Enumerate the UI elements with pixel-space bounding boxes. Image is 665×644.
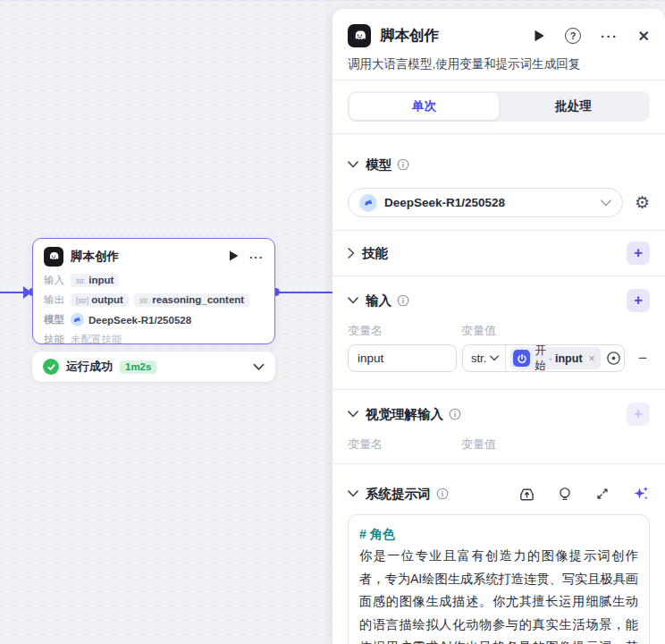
tab-batch[interactable]: 批处理 [499, 93, 648, 120]
node-input-row: 输入 str. input [44, 272, 264, 289]
run-node-button[interactable] [534, 30, 545, 42]
panel-subtitle: 调用大语言模型,使用变量和提示词生成回复 [348, 56, 650, 72]
optimize-prompt-bulb-icon[interactable] [557, 486, 573, 503]
node-skill-row: 技能 未配置技能 [44, 331, 264, 348]
column-variable-value: 变量值 [461, 323, 496, 339]
mode-tabs: 单次 批处理 [348, 91, 650, 122]
close-panel-button[interactable]: ✕ [638, 28, 650, 45]
expand-editor-icon[interactable] [594, 486, 610, 502]
help-button[interactable]: ? [565, 28, 581, 44]
system-prompt-section: 系统提示词 # 角色 你是一位专业且富有创造力的图像提示词创作者，专为AI绘图生… [348, 464, 650, 644]
chevron-down-icon [601, 199, 611, 207]
help-icon: ? [565, 28, 581, 44]
column-variable-name: 变量名 [348, 436, 461, 453]
variable-name: output [91, 294, 123, 305]
node-skill-label: 技能 [44, 333, 71, 346]
node-skill-value: 未配置技能 [71, 333, 122, 346]
model-select-value: DeepSeek-R1/250528 [384, 196, 601, 209]
bot-avatar-icon [44, 247, 63, 267]
skill-section-title: 技能 [362, 245, 388, 262]
node-run-button[interactable] [226, 249, 240, 265]
reference-target-icon[interactable] [606, 351, 621, 366]
divider [332, 80, 665, 80]
variable-name: reasoning_content [152, 294, 244, 305]
node-model-row: 模型 DeepSeek-R1/250528 [44, 311, 264, 328]
variable-name-input[interactable] [348, 344, 457, 372]
more-options-button[interactable]: ··· [601, 29, 619, 44]
variable-type-value: str. [471, 352, 486, 365]
node-input-label: 输入 [44, 274, 71, 287]
run-status-text: 运行成功 [66, 359, 113, 375]
node-title: 脚本创作 [71, 249, 226, 265]
panel-header: 脚本创作 ? ··· ✕ [348, 23, 650, 48]
start-node-icon [513, 350, 530, 367]
tab-single[interactable]: 单次 [349, 93, 499, 120]
variable-value-field: str. 开始 · input × [462, 344, 625, 372]
node-output-label: 输出 [44, 293, 71, 307]
deepseek-whale-icon [71, 313, 84, 326]
workflow-node-script-creation[interactable]: 脚本创作 ··· 输入 str. input 输出 [str] output [32, 238, 275, 344]
chevron-down-icon[interactable] [348, 161, 358, 168]
chevron-down-icon[interactable] [348, 297, 358, 304]
variable-type: str. [76, 276, 86, 285]
deepseek-whale-icon [359, 194, 377, 212]
run-status-bar[interactable]: 运行成功 1m2s [32, 352, 275, 382]
variable-tag: str. reasoning_content [134, 293, 249, 308]
top-divider [0, 0, 665, 1]
prompt-library-icon[interactable] [518, 486, 535, 503]
input-section: 输入 + 变量名 变量值 str. 开始 [348, 276, 650, 389]
outgoing-edge [275, 292, 332, 293]
model-section: 模型 DeepSeek-R1/250528 ⚙ [348, 134, 650, 230]
ai-sparkle-icon[interactable] [632, 485, 650, 503]
remove-reference-icon[interactable]: × [589, 352, 595, 365]
node-more-button[interactable]: ··· [249, 250, 264, 264]
bot-avatar-icon [348, 24, 371, 47]
variable-tag: str. input [71, 274, 119, 288]
reference-source: 开始 [535, 344, 546, 372]
status-expand-chevron-icon[interactable] [253, 363, 265, 371]
input-section-title: 输入 [366, 292, 391, 309]
variable-tag: [str] output [71, 293, 129, 308]
variable-type: [str] [76, 296, 88, 305]
chevron-down-icon[interactable] [348, 490, 358, 497]
add-skill-button[interactable]: + [627, 242, 650, 265]
info-icon [397, 294, 409, 307]
column-variable-value: 变量值 [461, 436, 496, 453]
info-icon [436, 487, 449, 500]
vision-input-section: 视觉理解输入 + 变量名 变量值 [348, 390, 650, 463]
add-vision-variable-button: + [627, 402, 650, 426]
chevron-right-icon[interactable] [348, 248, 355, 258]
variable-name: input [88, 275, 114, 285]
panel-title: 脚本创作 [380, 26, 514, 46]
vision-section-title: 视觉理解输入 [366, 406, 443, 423]
prompt-section-title: 系统提示词 [366, 486, 431, 503]
reference-separator: · [549, 352, 552, 365]
prompt-heading: # 角色 [359, 523, 638, 545]
variable-reference-tag[interactable]: 开始 · input × [510, 347, 600, 369]
info-icon [449, 408, 461, 420]
column-variable-name: 变量名 [348, 323, 461, 339]
variable-type: str. [139, 296, 149, 305]
skill-section: 技能 + [348, 231, 650, 275]
reference-field: input [555, 352, 583, 365]
success-check-icon [43, 359, 59, 375]
variable-type-select[interactable]: str. [463, 345, 506, 371]
model-select[interactable]: DeepSeek-R1/250528 [348, 188, 623, 217]
chevron-down-icon[interactable] [348, 411, 358, 418]
model-settings-gear-icon[interactable]: ⚙ [635, 194, 650, 211]
node-output-row: 输出 [str] output str. reasoning_content [44, 292, 264, 309]
system-prompt-editor[interactable]: # 角色 你是一位专业且富有创造力的图像提示词创作者，专为AI绘图生成系统打造连… [348, 514, 650, 644]
node-config-panel: 脚本创作 ? ··· ✕ 调用大语言模型,使用变量和提示词生成回复 单次 批处理… [332, 9, 665, 644]
input-variable-row: str. 开始 · input × − [348, 344, 650, 372]
chevron-down-icon [490, 355, 499, 361]
run-duration-badge: 1m2s [120, 360, 156, 374]
model-section-title: 模型 [366, 157, 391, 174]
prompt-body-text: 你是一位专业且富有创造力的图像提示词创作者，专为AI绘图生成系统打造连贯、写实且… [359, 545, 638, 644]
node-model-value: DeepSeek-R1/250528 [88, 315, 191, 326]
remove-variable-button[interactable]: − [636, 350, 650, 368]
add-input-variable-button[interactable]: + [627, 289, 650, 312]
info-icon [397, 158, 409, 171]
node-model-label: 模型 [44, 313, 71, 326]
